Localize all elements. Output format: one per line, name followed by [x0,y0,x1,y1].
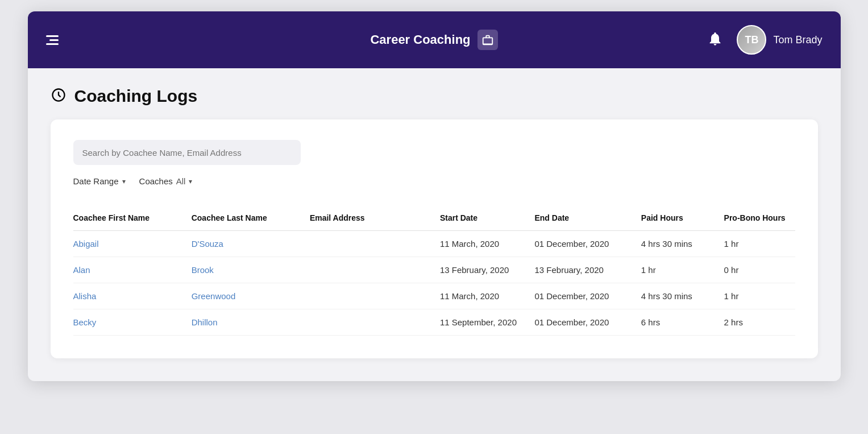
cell-start-date: 11 March, 2020 [440,231,535,257]
cell-end-date: 01 December, 2020 [534,283,641,309]
cell-last-name[interactable]: Dhillon [192,309,310,336]
header: Career Coaching TB Tom Brady [28,11,841,68]
cell-end-date: 01 December, 2020 [534,309,641,336]
header-title: Career Coaching [370,32,470,47]
cell-probono-hours: 1 hr [724,283,795,309]
coaches-chevron-icon: ▾ [189,177,192,185]
filters-row: Date Range ▾ Coaches All ▾ [73,176,795,186]
table-row: Alisha Greenwood 11 March, 2020 01 Decem… [73,283,795,309]
cell-last-name[interactable]: D'Souza [192,231,310,257]
cell-probono-hours: 0 hr [724,257,795,283]
table-row: Abigail D'Souza 11 March, 2020 01 Decemb… [73,231,795,257]
cell-start-date: 13 February, 2020 [440,257,535,283]
cell-probono-hours: 1 hr [724,231,795,257]
header-right: TB Tom Brady [498,25,823,55]
user-name: Tom Brady [773,34,822,46]
header-center: Career Coaching [370,30,497,50]
cell-end-date: 01 December, 2020 [534,231,641,257]
menu-icon[interactable] [46,35,371,45]
cell-email [310,257,440,283]
table-row: Becky Dhillon 11 September, 2020 01 Dece… [73,309,795,336]
cell-start-date: 11 September, 2020 [440,309,535,336]
date-range-filter[interactable]: Date Range ▾ [73,176,126,186]
cell-paid-hours: 4 hrs 30 mins [641,283,724,309]
bell-icon[interactable] [707,31,723,49]
search-input[interactable] [73,140,301,165]
coaching-logs-table: Coachee First Name Coachee Last Name Ema… [73,213,795,336]
cell-first-name[interactable]: Alan [73,257,192,283]
cell-last-name[interactable]: Greenwood [192,283,310,309]
content: Coaching Logs Date Range ▾ Coaches All ▾ [28,68,841,381]
col-header-end-date: End Date [534,213,641,231]
cell-start-date: 11 March, 2020 [440,283,535,309]
coaches-filter[interactable]: Coaches All ▾ [139,176,193,186]
user-area[interactable]: TB Tom Brady [737,25,822,55]
date-range-chevron-icon: ▾ [122,177,126,185]
cell-first-name[interactable]: Abigail [73,231,192,257]
page-header: Coaching Logs [51,86,818,106]
cell-paid-hours: 4 hrs 30 mins [641,231,724,257]
cell-last-name[interactable]: Brook [192,257,310,283]
page-title: Coaching Logs [74,86,198,106]
cell-paid-hours: 6 hrs [641,309,724,336]
avatar: TB [737,25,766,55]
header-left [46,35,371,45]
cell-email [310,283,440,309]
cell-email [310,309,440,336]
app-window: Career Coaching TB Tom Brady [28,11,841,381]
table-header: Coachee First Name Coachee Last Name Ema… [73,213,795,231]
date-range-label: Date Range [73,176,119,186]
main-card: Date Range ▾ Coaches All ▾ Coachee First… [51,119,818,358]
table-body: Abigail D'Souza 11 March, 2020 01 Decemb… [73,231,795,336]
cell-first-name[interactable]: Alisha [73,283,192,309]
col-header-first-name: Coachee First Name [73,213,192,231]
coaches-value: All [176,176,186,186]
cell-first-name[interactable]: Becky [73,309,192,336]
cell-paid-hours: 1 hr [641,257,724,283]
coaches-label: Coaches [139,176,173,186]
col-header-start-date: Start Date [440,213,535,231]
col-header-paid-hours: Paid Hours [641,213,724,231]
briefcase-icon [477,30,498,50]
table-row: Alan Brook 13 February, 2020 13 February… [73,257,795,283]
clock-icon [51,87,67,105]
cell-probono-hours: 2 hrs [724,309,795,336]
col-header-last-name: Coachee Last Name [192,213,310,231]
col-header-email: Email Address [310,213,440,231]
col-header-probono-hours: Pro-Bono Hours [724,213,795,231]
cell-email [310,231,440,257]
cell-end-date: 13 February, 2020 [534,257,641,283]
